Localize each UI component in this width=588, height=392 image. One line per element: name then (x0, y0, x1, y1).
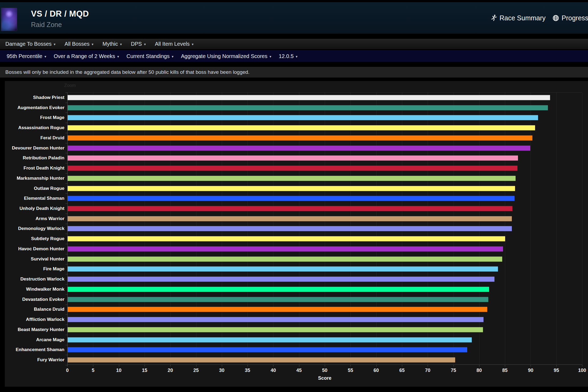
chart-row: Marksmanship Hunter (67, 173, 582, 183)
x-tick-label: 45 (296, 368, 302, 373)
x-tick-mark (196, 365, 196, 367)
bar-enhancement-shaman[interactable] (68, 347, 467, 352)
page: VS / DR / MQD Raid Zone Race SummaryProg… (0, 0, 588, 392)
bar-beast-mastery-hunter[interactable] (68, 327, 483, 332)
x-tick-label: 5 (92, 368, 94, 373)
y-tick-mark (65, 93, 67, 93)
caret-down-icon: ▾ (144, 42, 146, 46)
x-tick-label: 25 (193, 368, 199, 373)
bar-balance-druid[interactable] (68, 307, 487, 312)
bar-arms-warrior[interactable] (68, 216, 512, 221)
bar-devastation-evoker[interactable] (68, 297, 488, 302)
filter-label: Current Standings (126, 53, 169, 59)
x-tick-mark (145, 365, 145, 367)
y-tick-mark (65, 214, 67, 214)
bar-arcane-mage[interactable] (68, 337, 472, 342)
bar-feral-druid[interactable] (68, 135, 532, 140)
filter-label: 12.0.5 (279, 53, 294, 59)
bar-subtlety-rogue[interactable] (68, 236, 505, 241)
filter-all-item-levels[interactable]: All Item Levels▾ (155, 41, 194, 47)
chart-row: Fury Warrior (67, 355, 582, 365)
filter-current-standings[interactable]: Current Standings▾ (126, 53, 173, 59)
x-tick-mark (93, 365, 93, 367)
header-links: Race SummaryProgress (491, 2, 588, 34)
y-tick-mark (65, 173, 67, 174)
bar-frost-mage[interactable] (68, 115, 538, 120)
x-tick-mark (247, 365, 248, 367)
x-tick-label: 75 (451, 368, 456, 373)
chart-row: Affliction Warlock (67, 314, 582, 325)
bar-shadow-priest[interactable] (68, 95, 550, 100)
chart-row: Arms Warrior (67, 214, 582, 224)
caret-down-icon: ▾ (92, 42, 94, 46)
category-label: Frost Death Knight (24, 166, 64, 171)
y-tick-mark (65, 355, 67, 355)
y-tick-mark (65, 264, 67, 264)
bar-unholy-death-knight[interactable] (68, 206, 512, 211)
bar-fire-mage[interactable] (68, 267, 498, 272)
bar-demonology-warlock[interactable] (68, 226, 512, 231)
header-link-progress[interactable]: Progress (552, 14, 588, 22)
filter-all-bosses[interactable]: All Bosses▾ (65, 41, 94, 47)
filter-95th-percentile[interactable]: 95th Percentile▾ (7, 53, 46, 59)
bar-frost-death-knight[interactable] (68, 166, 517, 171)
y-tick-mark (65, 113, 67, 113)
header-link-race-summary[interactable]: Race Summary (491, 14, 546, 22)
category-label: Balance Druid (34, 307, 64, 312)
bar-destruction-warlock[interactable] (68, 277, 494, 282)
plot-area: Score 0510152025303540455055606570758085… (67, 92, 582, 365)
category-label: Outlaw Rogue (34, 186, 64, 191)
x-tick-label: 50 (322, 368, 327, 373)
chart-row: Frost Death Knight (67, 163, 582, 173)
category-label: Assassination Rogue (18, 125, 64, 130)
filter-aggregate-using-normalized-scores[interactable]: Aggregate Using Normalized Scores▾ (181, 53, 271, 59)
x-tick-label: 20 (168, 368, 173, 373)
category-label: Shadow Priest (33, 95, 64, 100)
bar-survival-hunter[interactable] (68, 256, 502, 262)
bar-retribution-paladin[interactable] (68, 156, 518, 161)
notice-banner: Bosses will only be included in the aggr… (0, 67, 588, 78)
y-tick-mark (65, 153, 67, 153)
chart-row: Arcane Mage (67, 335, 582, 345)
chart-row: Outlaw Rogue (67, 183, 582, 194)
y-tick-mark (65, 365, 67, 365)
category-label: Havoc Demon Hunter (18, 246, 64, 252)
bar-affliction-warlock[interactable] (68, 317, 483, 322)
x-tick-mark (531, 365, 531, 367)
category-label: Demonology Warlock (18, 226, 64, 231)
filter-mythic[interactable]: Mythic▾ (103, 41, 122, 47)
x-tick-label: 70 (425, 368, 430, 373)
x-tick-label: 40 (270, 368, 276, 373)
category-label: Devourer Demon Hunter (12, 145, 64, 151)
chart-row: Survival Hunter (67, 254, 582, 264)
filter-label: DPS (131, 41, 142, 47)
bar-augmentation-evoker[interactable] (68, 105, 548, 110)
category-label: Frost Mage (40, 115, 64, 120)
bar-elemental-shaman[interactable] (68, 196, 514, 201)
filter-damage-to-bosses[interactable]: Damage To Bosses▾ (5, 41, 56, 47)
x-tick-label: 100 (578, 368, 586, 373)
x-tick-mark (119, 365, 119, 367)
caret-down-icon: ▾ (192, 42, 194, 46)
filter-label: Damage To Bosses (5, 41, 52, 47)
x-tick-mark (170, 365, 171, 367)
chart-row: Destruction Warlock (67, 274, 582, 284)
filter-12-0-5[interactable]: 12.0.5▾ (279, 53, 297, 59)
bar-windwalker-monk[interactable] (68, 287, 489, 292)
filter-dps[interactable]: DPS▾ (131, 41, 146, 47)
x-tick-mark (299, 365, 299, 367)
x-tick-label: 30 (219, 368, 225, 373)
globe-icon (552, 15, 559, 21)
chart-row: Beast Mastery Hunter (67, 325, 582, 335)
y-tick-mark (65, 284, 67, 285)
bar-outlaw-rogue[interactable] (68, 186, 515, 191)
bar-fury-warrior[interactable] (68, 358, 455, 363)
category-label: Arms Warrior (36, 216, 64, 221)
bar-devourer-demon-hunter[interactable] (68, 145, 530, 151)
bar-marksmanship-hunter[interactable] (68, 176, 516, 181)
caret-down-icon: ▾ (296, 55, 298, 59)
bar-assassination-rogue[interactable] (68, 125, 535, 130)
x-tick-mark (479, 365, 479, 367)
filter-over-a-range-of-2-weeks[interactable]: Over a Range of 2 Weeks▾ (54, 53, 119, 59)
bar-havoc-demon-hunter[interactable] (68, 246, 503, 251)
